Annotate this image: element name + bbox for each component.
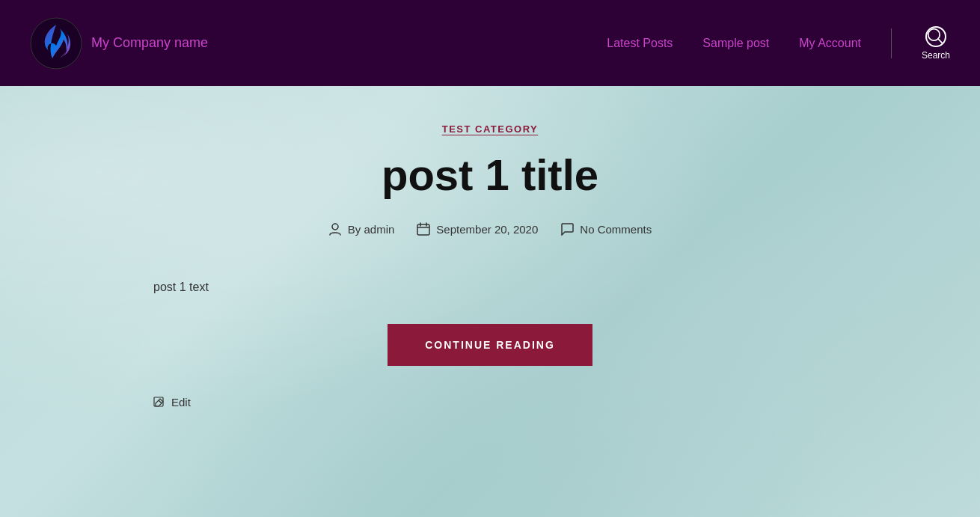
post-meta: By admin September 20, 2020 No Comments (328, 222, 652, 236)
post-text: post 1 text (153, 281, 827, 294)
edit-label: Edit (171, 396, 191, 409)
edit-icon (153, 397, 165, 409)
post-comments: No Comments (560, 222, 652, 236)
calendar-icon (417, 222, 430, 236)
svg-point-3 (332, 224, 338, 230)
nav-sample-post[interactable]: Sample post (702, 37, 769, 50)
post-text-area: post 1 text (153, 281, 827, 294)
continue-reading-button[interactable]: CONTINUE READING (388, 324, 592, 366)
main-nav: Latest Posts Sample post My Account Sear… (607, 26, 950, 61)
post-title: post 1 title (382, 150, 598, 200)
svg-line-9 (159, 400, 162, 403)
search-label: Search (922, 50, 950, 61)
post-category[interactable]: TEST CATEGORY (442, 123, 539, 135)
edit-area: Edit (153, 396, 827, 409)
nav-divider (891, 28, 892, 58)
site-name: My Company name (91, 35, 208, 51)
svg-line-2 (938, 39, 943, 44)
svg-point-0 (31, 18, 82, 69)
edit-link[interactable]: Edit (153, 396, 827, 409)
nav-my-account[interactable]: My Account (799, 37, 861, 50)
post-author: By admin (328, 222, 395, 236)
post-date: September 20, 2020 (417, 222, 538, 236)
logo-icon (30, 17, 82, 70)
comments-text: No Comments (580, 223, 652, 236)
search-icon (925, 26, 946, 47)
comment-icon (560, 222, 574, 236)
date-text: September 20, 2020 (436, 223, 538, 236)
search-button[interactable]: Search (922, 26, 950, 61)
main-content: TEST CATEGORY post 1 title By admin Sept… (0, 86, 980, 517)
author-icon (328, 222, 342, 236)
logo-link[interactable]: My Company name (30, 17, 208, 70)
author-text: By admin (348, 223, 395, 236)
nav-latest-posts[interactable]: Latest Posts (607, 37, 673, 50)
svg-rect-4 (417, 224, 429, 235)
site-header: My Company name Latest Posts Sample post… (0, 0, 980, 86)
